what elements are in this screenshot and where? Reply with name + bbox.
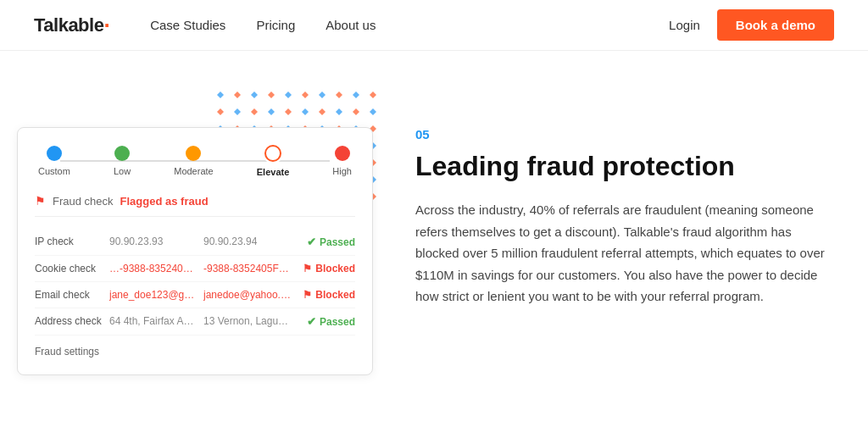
content-title: Leading fraud protection <box>415 150 834 182</box>
navbar: Talkable· Case Studies Pricing About us … <box>0 0 868 51</box>
slider-dot-elevate <box>264 145 281 162</box>
slider-dot-custom <box>47 146 62 161</box>
check-row-email: Email check jane_doe123@gmail.com janedo… <box>35 282 355 308</box>
logo[interactable]: Talkable· <box>34 14 109 36</box>
book-demo-button[interactable]: Book a demo <box>717 9 834 41</box>
svg-marker-6 <box>319 91 326 98</box>
svg-marker-0 <box>217 91 224 98</box>
right-content: 05 Leading fraud protection Across the i… <box>415 85 834 407</box>
logo-accent: · <box>103 14 109 36</box>
check-status-email: ⚑ Blocked <box>298 289 355 301</box>
check-val2-ip: 90.90.23.94 <box>203 236 291 247</box>
svg-marker-11 <box>234 108 241 115</box>
nav-item-about[interactable]: About us <box>326 18 376 33</box>
fraud-slider[interactable]: Custom Low Moderate Elevate High <box>35 145 355 177</box>
svg-marker-5 <box>302 91 309 98</box>
svg-marker-19 <box>370 108 376 115</box>
svg-marker-12 <box>251 108 258 115</box>
slider-label-high: High <box>332 166 352 176</box>
check-val1-ip: 90.90.23.93 <box>109 236 197 247</box>
check-icon-block-email: ⚑ <box>303 289 312 301</box>
slider-label-low: Low <box>114 166 131 176</box>
check-status-address: ✔ Passed <box>298 315 355 328</box>
login-button[interactable]: Login <box>669 18 700 32</box>
check-row-cookie: Cookie check …-9388-8352405FB74A -9388-8… <box>35 256 355 282</box>
check-row-ip: IP check 90.90.23.93 90.90.23.94 ✔ Passe… <box>35 229 355 256</box>
slider-step-elevate: Elevate <box>257 145 290 177</box>
check-icon-pass-ip: ✔ <box>307 236 316 248</box>
svg-marker-4 <box>285 91 292 98</box>
slider-dot-moderate <box>186 146 201 161</box>
svg-marker-18 <box>353 108 359 115</box>
check-icon-pass-address: ✔ <box>307 315 316 328</box>
svg-marker-14 <box>285 108 292 115</box>
slider-label-elevate: Elevate <box>257 167 290 177</box>
svg-marker-9 <box>370 91 376 98</box>
slider-step-low: Low <box>114 146 131 176</box>
svg-marker-8 <box>353 91 359 98</box>
svg-marker-15 <box>302 108 309 115</box>
svg-marker-2 <box>251 91 258 98</box>
nav-item-case-studies[interactable]: Case Studies <box>150 18 225 33</box>
slider-step-high: High <box>332 146 352 176</box>
check-val2-address: 13 Vernon, Laguna Hills OK, 91507-5684 <box>203 315 291 327</box>
check-status-cookie: ⚑ Blocked <box>298 263 355 274</box>
slider-label-moderate: Moderate <box>174 166 213 176</box>
flag-icon: ⚑ <box>35 194 46 208</box>
svg-marker-10 <box>217 108 224 115</box>
slider-step-moderate: Moderate <box>174 146 213 176</box>
check-val2-cookie: -9388-8352405FB74A <box>203 263 291 274</box>
check-val1-cookie: …-9388-8352405FB74A <box>109 263 197 274</box>
fraud-section-label: Fraud check <box>53 195 114 208</box>
fraud-settings-link[interactable]: Fraud settings <box>35 346 355 358</box>
step-number: 05 <box>415 127 834 141</box>
nav-right: Login Book a demo <box>669 9 834 41</box>
check-status-ip: ✔ Passed <box>298 236 355 248</box>
svg-marker-16 <box>319 108 326 115</box>
nav-item-pricing[interactable]: Pricing <box>256 18 295 33</box>
check-name-email: Email check <box>35 289 103 301</box>
nav-links: Case Studies Pricing About us <box>150 18 669 33</box>
svg-marker-13 <box>268 108 275 115</box>
fraud-card: Custom Low Moderate Elevate High <box>17 127 373 375</box>
main-content: Custom Low Moderate Elevate High <box>0 51 868 438</box>
left-panel: Custom Low Moderate Elevate High <box>17 85 381 407</box>
svg-marker-3 <box>268 91 275 98</box>
fraud-flagged-label: Flagged as fraud <box>120 195 209 208</box>
svg-marker-17 <box>336 108 342 115</box>
logo-text: Talkable <box>34 14 103 36</box>
slider-step-custom: Custom <box>38 146 70 176</box>
check-name-address: Address check <box>35 315 103 327</box>
slider-label-custom: Custom <box>38 166 70 176</box>
check-row-address: Address check 64 4th, Fairfax AK, 96086 … <box>35 308 355 335</box>
check-val1-email: jane_doe123@gmail.com <box>109 289 197 301</box>
check-icon-block-cookie: ⚑ <box>303 263 312 274</box>
check-name-ip: IP check <box>35 236 103 247</box>
check-name-cookie: Cookie check <box>35 263 103 274</box>
fraud-check-header: ⚑ Fraud check Flagged as fraud <box>35 194 355 217</box>
check-val1-address: 64 4th, Fairfax AK, 96086 <box>109 315 197 327</box>
slider-dot-low <box>114 146 130 161</box>
svg-marker-1 <box>234 91 241 98</box>
check-val2-email: janedoe@yahoo.com <box>203 289 291 301</box>
slider-dot-high <box>335 146 350 161</box>
content-body: Across the industry, 40% of referrals ar… <box>415 199 834 308</box>
svg-marker-7 <box>336 91 342 98</box>
